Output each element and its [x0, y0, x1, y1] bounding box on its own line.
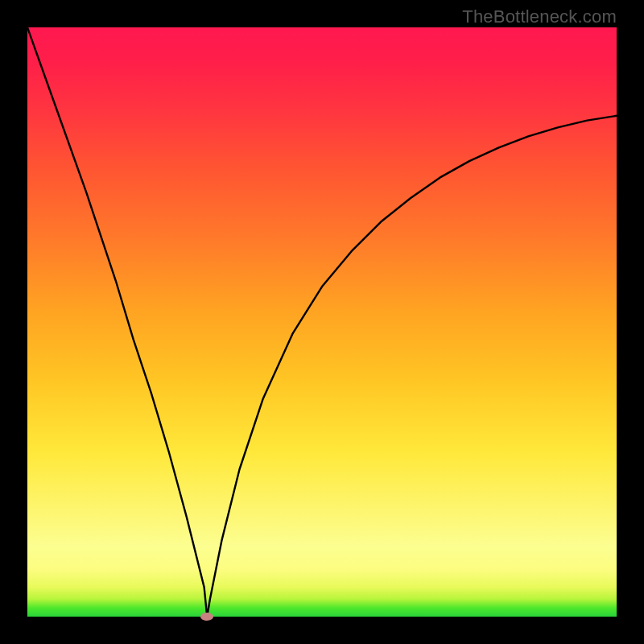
bottleneck-curve	[27, 27, 617, 617]
plot-area	[27, 27, 617, 617]
optimum-marker	[200, 613, 213, 621]
watermark-text: TheBottleneck.com	[462, 6, 617, 27]
chart-frame: TheBottleneck.com	[0, 0, 644, 644]
curve-svg	[27, 27, 617, 617]
